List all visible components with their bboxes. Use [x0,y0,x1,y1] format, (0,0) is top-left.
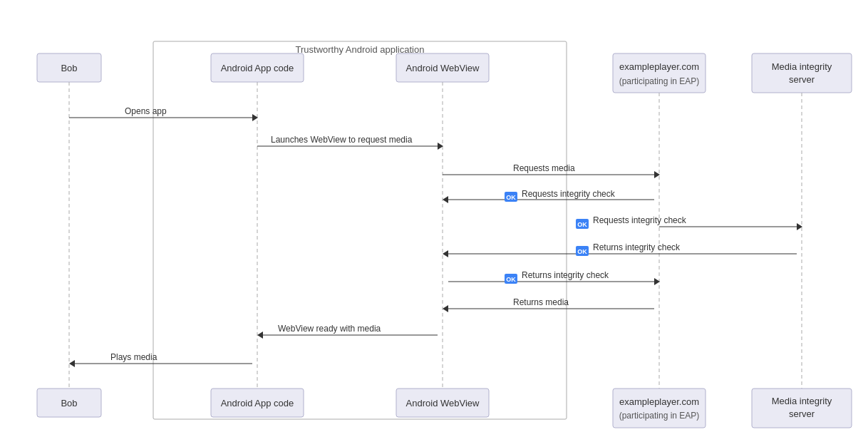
svg-text:Android App code: Android App code [221,63,294,73]
svg-text:Android App code: Android App code [221,398,294,408]
svg-rect-5 [37,53,101,82]
svg-rect-7 [211,53,304,82]
svg-rect-9 [396,53,489,82]
svg-text:exampleplayer.com: exampleplayer.com [619,396,699,407]
boundary-label: Trustworthy Android application [296,44,425,55]
svg-text:Android WebView: Android WebView [406,398,480,408]
svg-marker-62 [257,332,263,339]
svg-text:Media integrity: Media integrity [772,396,832,406]
svg-text:WebView ready with media: WebView ready with media [278,324,381,334]
svg-text:OK: OK [577,221,587,228]
svg-text:OK: OK [506,276,516,283]
boundary-rect [153,41,567,419]
svg-text:(participating in EAP): (participating in EAP) [619,411,700,421]
svg-text:exampleplayer.com: exampleplayer.com [619,61,699,72]
svg-text:Returns media: Returns media [513,297,569,307]
svg-text:Opens app: Opens app [125,106,167,116]
svg-text:OK: OK [506,194,516,201]
svg-marker-59 [443,305,448,312]
svg-marker-65 [69,360,75,367]
svg-marker-39 [443,196,448,203]
svg-text:Returns integrity check: Returns integrity check [593,242,681,252]
svg-text:Bob: Bob [61,398,77,408]
svg-text:Requests media: Requests media [513,163,575,173]
svg-rect-45 [576,219,589,229]
svg-rect-17 [37,389,101,417]
svg-text:server: server [789,74,815,85]
svg-text:Returns integrity check: Returns integrity check [522,270,609,280]
svg-text:Plays media: Plays media [110,352,157,362]
svg-rect-50 [576,246,589,256]
svg-marker-44 [797,223,802,230]
diagram-svg: Trustworthy Android application Bob Andr… [0,0,868,442]
svg-text:Launches WebView to request me: Launches WebView to request media [271,135,413,145]
svg-text:Bob: Bob [61,63,77,73]
svg-text:Android WebView: Android WebView [406,63,480,73]
svg-marker-30 [252,114,258,121]
svg-text:server: server [789,408,815,419]
svg-marker-36 [654,171,660,178]
svg-marker-33 [438,143,443,150]
svg-rect-19 [211,389,304,417]
svg-rect-26 [752,389,852,428]
svg-rect-23 [613,389,706,428]
svg-rect-21 [396,389,489,417]
svg-marker-54 [654,278,660,285]
svg-rect-11 [613,53,706,93]
svg-rect-14 [752,53,852,93]
svg-rect-40 [505,192,517,202]
sequence-diagram: Trustworthy Android application Bob Andr… [0,0,868,442]
svg-marker-49 [443,250,448,257]
svg-text:Requests integrity check: Requests integrity check [522,189,616,199]
svg-text:Requests integrity check: Requests integrity check [593,215,687,225]
svg-text:OK: OK [577,248,587,255]
svg-text:Media integrity: Media integrity [772,61,832,72]
svg-text:(participating in EAP): (participating in EAP) [619,76,700,86]
svg-rect-55 [505,274,517,284]
